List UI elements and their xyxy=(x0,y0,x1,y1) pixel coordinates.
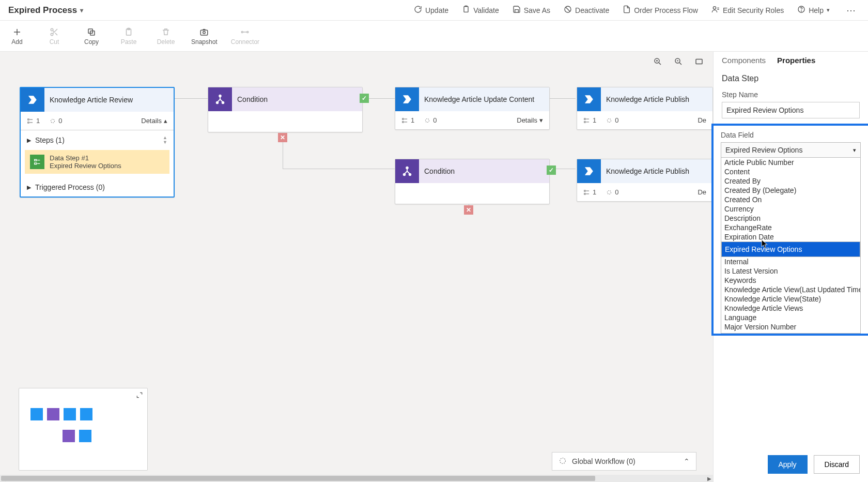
data-field-option[interactable]: Description xyxy=(721,214,860,223)
help-button[interactable]: Help ▾ xyxy=(797,5,830,15)
data-field-option[interactable]: Content xyxy=(721,167,860,176)
stage-card[interactable]: Knowledge Article Publish 1 0 De xyxy=(577,159,713,202)
data-field-option[interactable]: Is Latest Version xyxy=(721,266,860,276)
svg-rect-0 xyxy=(464,7,468,12)
data-field-option[interactable]: Created By (Delegate) xyxy=(721,186,860,195)
data-field-option[interactable]: Minor Version Number xyxy=(721,332,860,334)
global-workflow-bar[interactable]: Global Workflow (0) ⌃ xyxy=(552,452,696,471)
add-button[interactable]: Add xyxy=(5,27,29,46)
process-canvas[interactable]: Knowledge Article Review 1 0 Details▴ ▶ … xyxy=(0,52,713,482)
data-field-option[interactable]: Language xyxy=(721,313,860,322)
data-step-item[interactable]: Data Step #1 Expired Review Options xyxy=(25,150,169,174)
data-field-option[interactable]: Expiration Date xyxy=(721,232,860,242)
triangle-icon: ▶ xyxy=(27,137,31,144)
svg-rect-21 xyxy=(35,159,37,161)
snapshot-button[interactable]: Snapshot xyxy=(191,27,218,46)
connector-button[interactable]: Connector xyxy=(231,27,259,46)
no-marker-icon: ✕ xyxy=(278,133,287,142)
data-field-option[interactable]: Knowledge Article Views xyxy=(721,304,860,313)
data-field-option[interactable]: Knowledge Article View(Last Updated Time… xyxy=(721,285,860,294)
data-field-label: Data Field xyxy=(721,131,861,139)
chevron-up-icon[interactable]: ⌃ xyxy=(684,457,690,465)
validate-button[interactable]: Validate xyxy=(462,5,499,15)
svg-rect-36 xyxy=(584,193,585,194)
details-toggle[interactable]: De xyxy=(698,116,706,124)
data-field-option[interactable]: ExchangeRate xyxy=(721,223,860,232)
plus-icon xyxy=(12,27,22,37)
tab-properties[interactable]: Properties xyxy=(777,56,815,68)
copy-button[interactable]: Copy xyxy=(80,27,103,46)
svg-point-13 xyxy=(242,31,243,33)
apply-button[interactable]: Apply xyxy=(768,455,808,474)
data-field-select[interactable]: Expired Review Options ▾ xyxy=(721,142,861,158)
condition-icon xyxy=(395,159,419,183)
connector-icon xyxy=(240,27,250,37)
discard-button[interactable]: Discard xyxy=(814,455,860,474)
condition-icon xyxy=(208,87,232,111)
data-field-option[interactable]: Created By xyxy=(721,176,860,186)
help-icon xyxy=(797,5,805,15)
details-toggle[interactable]: De xyxy=(698,188,706,196)
delete-button[interactable]: Delete xyxy=(154,27,178,46)
no-marker-icon: ✕ xyxy=(464,205,473,215)
global-workflow-label: Global Workflow (0) xyxy=(572,457,636,465)
paste-button[interactable]: Paste xyxy=(117,27,141,46)
zoom-out-icon[interactable] xyxy=(673,56,684,67)
triggered-process-header[interactable]: ▶ Triggered Process (0) xyxy=(21,178,174,197)
fit-screen-icon[interactable] xyxy=(693,56,705,67)
stage-title: Knowledge Article Update Content xyxy=(419,93,549,106)
condition-card[interactable]: Condition xyxy=(395,159,550,204)
data-field-options[interactable]: Article Public NumberContentCreated ByCr… xyxy=(721,158,861,334)
save-as-button[interactable]: Save As xyxy=(513,5,550,15)
data-field-option[interactable]: Keywords xyxy=(721,276,860,285)
data-field-option[interactable]: Expired Review Options xyxy=(721,242,860,257)
scroll-right-icon[interactable]: ▶ xyxy=(706,475,713,482)
horizontal-scrollbar[interactable]: ◀ ▶ xyxy=(0,475,713,482)
svg-point-32 xyxy=(406,167,408,169)
chevron-down-icon: ▾ xyxy=(827,7,830,13)
order-process-button[interactable]: Order Process Flow xyxy=(623,5,698,15)
trash-icon xyxy=(161,27,171,37)
svg-point-37 xyxy=(608,190,611,194)
details-toggle[interactable]: Details▴ xyxy=(141,117,167,125)
data-field-option[interactable]: Knowledge Article View(State) xyxy=(721,294,860,304)
edit-security-roles-button[interactable]: Edit Security Roles xyxy=(711,5,784,15)
properties-panel: Components Properties Data Step Step Nam… xyxy=(713,52,868,482)
step-name-input[interactable] xyxy=(722,102,860,118)
stage-title: Knowledge Article Review xyxy=(44,94,174,107)
zoom-in-icon[interactable] xyxy=(652,56,663,67)
process-title[interactable]: Expired Process ▾ xyxy=(8,5,83,16)
svg-point-28 xyxy=(426,118,429,122)
data-field-option[interactable]: Created On xyxy=(721,195,860,204)
clipboard-icon xyxy=(462,5,470,15)
tab-components[interactable]: Components xyxy=(722,56,766,68)
step-name-label: Step Name xyxy=(722,91,860,99)
chevron-down-icon: ▾ xyxy=(539,116,543,124)
data-field-option[interactable]: Currency xyxy=(721,204,860,214)
svg-point-24 xyxy=(216,102,219,104)
stage-icon xyxy=(395,87,419,111)
steps-header[interactable]: ▶ Steps (1) ▲▼ xyxy=(21,130,174,150)
stage-icon xyxy=(577,87,601,111)
update-button[interactable]: Update xyxy=(414,5,448,15)
data-field-option[interactable]: Major Version Number xyxy=(721,322,860,332)
expand-icon[interactable] xyxy=(136,391,143,401)
section-title: Data Step xyxy=(722,74,860,83)
stage-card[interactable]: Knowledge Article Update Content 1 0 Det… xyxy=(395,87,550,130)
person-icon xyxy=(711,5,720,15)
minimap[interactable] xyxy=(19,388,148,471)
cut-button[interactable]: Cut xyxy=(42,27,66,46)
sort-icon[interactable]: ▲▼ xyxy=(163,135,167,145)
condition-card[interactable]: Condition xyxy=(208,87,363,132)
details-toggle[interactable]: Details▾ xyxy=(517,116,543,124)
svg-rect-29 xyxy=(584,118,585,119)
data-field-group: Data Field Expired Review Options ▾ Arti… xyxy=(711,124,868,336)
deactivate-button[interactable]: Deactivate xyxy=(564,5,609,15)
stage-card[interactable]: Knowledge Article Publish 1 0 De xyxy=(577,87,713,130)
data-field-option[interactable]: Article Public Number xyxy=(721,158,860,167)
stage-icon xyxy=(577,159,601,183)
data-field-option[interactable]: Internal xyxy=(721,257,860,266)
more-button[interactable]: ⋯ xyxy=(843,5,860,16)
scrollbar-thumb[interactable] xyxy=(1,476,595,481)
stage-card[interactable]: Knowledge Article Review 1 0 Details▴ ▶ … xyxy=(20,87,175,198)
